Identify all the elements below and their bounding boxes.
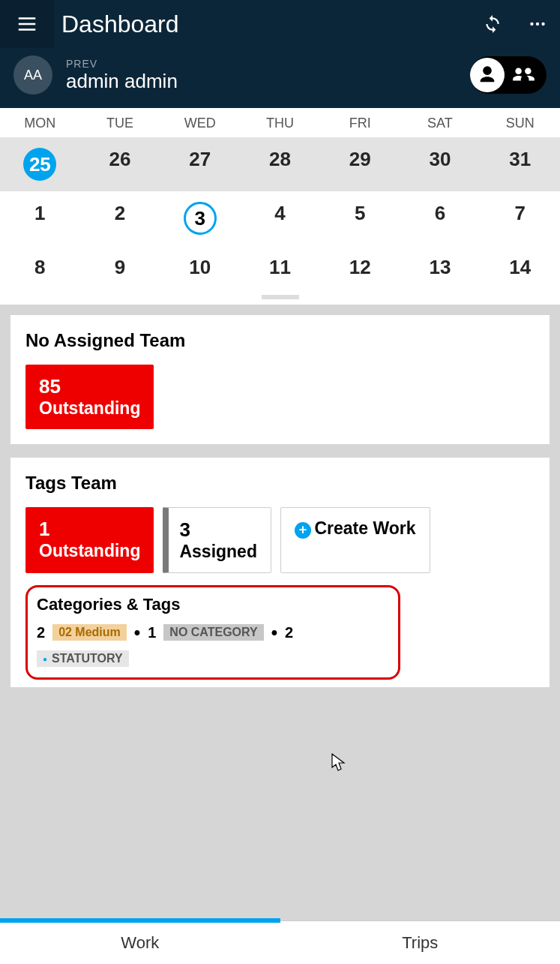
calendar-day[interactable]: 30 — [400, 137, 481, 191]
app-header: Dashboard AA PREV admin admin — [0, 0, 560, 108]
calendar-day[interactable]: 12 — [320, 245, 400, 290]
categories-title: Categories & Tags — [37, 595, 389, 614]
calendar-day[interactable]: 9 — [80, 245, 160, 290]
calendar-day[interactable]: 27 — [160, 137, 240, 191]
calendar-day[interactable]: 5 — [320, 191, 400, 245]
cursor-icon — [331, 753, 346, 773]
team-card-no-assigned: No Assigned Team 85 Outstanding — [10, 315, 550, 444]
team-card-tags: Tags Team 1 Outstanding 3 Assigned + Cre… — [10, 458, 550, 687]
weekday-fri: FRI — [320, 116, 400, 131]
people-toggle[interactable] — [470, 56, 547, 94]
user-avatar[interactable]: AA — [13, 56, 52, 95]
weekday-tue: TUE — [80, 116, 160, 131]
weekday-sat: SAT — [400, 116, 481, 131]
sync-icon — [483, 14, 502, 34]
calendar-day[interactable]: 11 — [240, 245, 320, 290]
calendar-day[interactable]: 25 — [0, 137, 80, 191]
calendar-day[interactable]: 7 — [480, 191, 560, 245]
calendar-row: 8 9 10 11 12 13 14 — [0, 245, 560, 290]
calendar-day[interactable]: 13 — [400, 245, 481, 290]
create-work-tile[interactable]: + Create Work — [280, 507, 430, 573]
tag-medium[interactable]: 02 Medium — [52, 624, 127, 641]
sync-button[interactable] — [470, 0, 515, 48]
assigned-tile[interactable]: 3 Assigned — [163, 507, 271, 573]
calendar-row: 1 2 3 4 5 6 7 — [0, 191, 560, 245]
svg-point-1 — [536, 23, 539, 26]
team-title: No Assigned Team — [25, 330, 535, 351]
calendar: MON TUE WED THU FRI SAT SUN 25 26 27 28 … — [0, 108, 560, 305]
tab-trips[interactable]: Trips — [280, 921, 561, 964]
person-icon — [470, 58, 505, 92]
tag-no-category[interactable]: NO CATEGORY — [163, 624, 263, 641]
outstanding-tile[interactable]: 85 Outstanding — [25, 365, 154, 429]
bottom-tab-bar: Work Trips — [0, 920, 560, 964]
user-name: admin admin — [66, 70, 470, 93]
categories-tags-box: Categories & Tags 2 02 Medium • 1 NO CAT… — [25, 585, 400, 680]
hamburger-icon — [16, 13, 38, 35]
more-horizontal-icon — [528, 14, 547, 34]
plus-icon: + — [295, 522, 311, 539]
calendar-day[interactable]: 8 — [0, 245, 80, 290]
menu-button[interactable] — [0, 0, 54, 48]
prev-label: PREV — [66, 58, 470, 70]
calendar-day[interactable]: 26 — [80, 137, 160, 191]
separator-dot: • — [271, 622, 277, 643]
calendar-day[interactable]: 28 — [240, 137, 320, 191]
weekday-mon: MON — [0, 116, 80, 131]
calendar-day[interactable]: 31 — [480, 137, 560, 191]
calendar-row: 25 26 27 28 29 30 31 — [0, 137, 560, 191]
separator-dot: • — [134, 622, 140, 643]
calendar-day[interactable]: 4 — [240, 191, 320, 245]
tab-work[interactable]: Work — [0, 921, 280, 964]
calendar-day[interactable]: 1 — [0, 191, 80, 245]
outstanding-tile[interactable]: 1 Outstanding — [25, 507, 154, 573]
people-icon — [505, 58, 542, 92]
weekday-wed: WED — [160, 116, 240, 131]
more-button[interactable] — [515, 0, 560, 48]
weekday-sun: SUN — [480, 116, 560, 131]
calendar-day[interactable]: 14 — [480, 245, 560, 290]
tag-count: 2 — [285, 624, 293, 641]
team-title: Tags Team — [25, 473, 535, 494]
calendar-day[interactable]: 3 — [160, 191, 240, 245]
calendar-weekday-row: MON TUE WED THU FRI SAT SUN — [0, 108, 560, 137]
tag-count: 1 — [148, 624, 156, 641]
calendar-day[interactable]: 2 — [80, 191, 160, 245]
calendar-day[interactable]: 29 — [320, 137, 400, 191]
page-title: Dashboard — [61, 11, 470, 38]
tag-count: 2 — [37, 624, 45, 641]
categories-line: 2 02 Medium • 1 NO CATEGORY • 2 STATUTOR… — [37, 622, 389, 667]
svg-point-0 — [530, 23, 533, 26]
svg-point-2 — [541, 23, 544, 26]
weekday-thu: THU — [240, 116, 320, 131]
tag-statutory[interactable]: STATUTORY — [37, 650, 129, 667]
calendar-day[interactable]: 10 — [160, 245, 240, 290]
calendar-drag-handle[interactable] — [0, 290, 560, 305]
calendar-day[interactable]: 6 — [400, 191, 481, 245]
